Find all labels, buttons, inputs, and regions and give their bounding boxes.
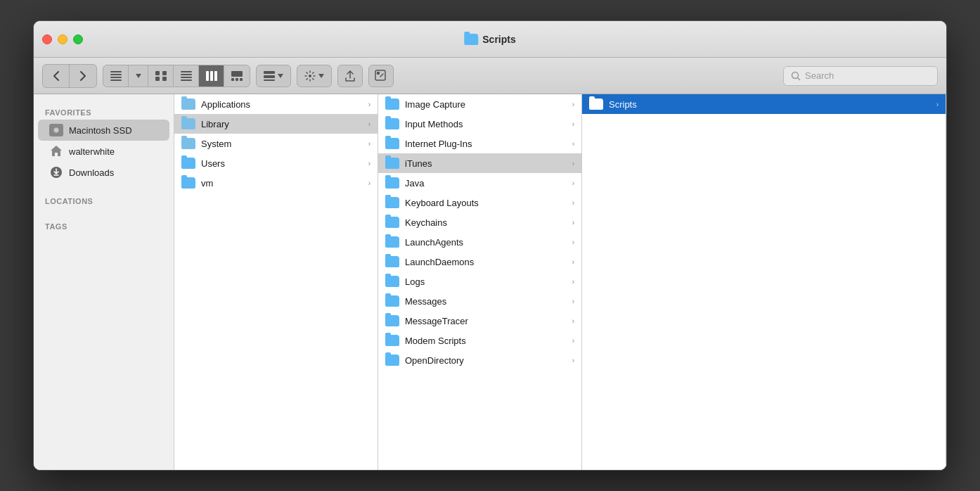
list-view-button[interactable] bbox=[174, 65, 199, 87]
col2-item-open-directory[interactable]: OpenDirectory › bbox=[378, 350, 581, 370]
sidebar-item-walterwhite[interactable]: walterwhite bbox=[38, 141, 169, 162]
forward-button[interactable] bbox=[70, 65, 96, 87]
col3-scripts-label: Scripts bbox=[609, 99, 931, 110]
folder-icon bbox=[385, 256, 399, 267]
col2-item-keyboard-layouts[interactable]: Keyboard Layouts › bbox=[378, 193, 581, 212]
chevron-icon: › bbox=[572, 298, 574, 305]
folder-icon bbox=[385, 177, 399, 189]
svg-rect-6 bbox=[155, 77, 160, 81]
main-content: Favorites Macintosh SSD walterwhite bbox=[34, 94, 946, 470]
col2-item-logs[interactable]: Logs › bbox=[378, 272, 581, 291]
favorites-label: Favorites bbox=[34, 103, 174, 120]
col1-item-users[interactable]: Users › bbox=[174, 153, 378, 173]
svg-rect-17 bbox=[236, 78, 238, 81]
downloads-icon bbox=[49, 165, 63, 179]
chevron-icon: › bbox=[368, 179, 370, 187]
col1-item-applications[interactable]: Applications › bbox=[174, 94, 378, 114]
folder-icon bbox=[385, 276, 399, 287]
col2-item-input-methods[interactable]: Input Methods › bbox=[378, 114, 581, 134]
col1-item-system[interactable]: System › bbox=[174, 134, 378, 153]
col1-item-library[interactable]: Library › bbox=[174, 114, 378, 134]
col1-library-label: Library bbox=[201, 119, 363, 129]
settings-button[interactable] bbox=[297, 65, 332, 87]
chevron-icon: › bbox=[368, 120, 370, 128]
svg-rect-5 bbox=[162, 71, 167, 75]
back-button[interactable] bbox=[43, 65, 70, 87]
col2-item-image-capture[interactable]: Image Capture › bbox=[378, 94, 581, 114]
icon-view-button[interactable] bbox=[148, 65, 174, 87]
hdd-icon bbox=[49, 123, 63, 137]
list-view-dropdown-button[interactable] bbox=[103, 65, 129, 87]
col2-item-messages[interactable]: Messages › bbox=[378, 291, 581, 311]
chevron-icon: › bbox=[572, 179, 574, 187]
svg-rect-2 bbox=[110, 77, 122, 78]
chevron-icon: › bbox=[572, 101, 574, 108]
folder-icon bbox=[385, 295, 399, 307]
folder-icon bbox=[181, 158, 195, 169]
columns-container: Applications › Library › System › Users … bbox=[174, 94, 946, 470]
col1-applications-label: Applications bbox=[201, 99, 363, 110]
tag-button[interactable] bbox=[368, 65, 394, 87]
folder-icon bbox=[385, 197, 399, 208]
chevron-icon: › bbox=[572, 160, 574, 167]
close-button[interactable] bbox=[42, 34, 52, 44]
col2-item-message-tracer[interactable]: MessageTracer › bbox=[378, 311, 581, 331]
col1-system-label: System bbox=[201, 139, 363, 149]
col2-launch-daemons-label: LaunchDaemons bbox=[405, 257, 567, 267]
svg-rect-12 bbox=[206, 71, 209, 81]
svg-rect-21 bbox=[264, 79, 275, 81]
sidebar-item-downloads[interactable]: Downloads bbox=[38, 162, 169, 183]
folder-icon bbox=[181, 118, 195, 129]
window-title: Scripts bbox=[482, 34, 515, 45]
window-title-area: Scripts bbox=[464, 34, 515, 45]
chevron-icon: › bbox=[572, 337, 574, 345]
chevron-icon: › bbox=[572, 258, 574, 266]
svg-rect-0 bbox=[110, 71, 122, 72]
col2-item-itunes[interactable]: iTunes › bbox=[378, 153, 581, 173]
svg-rect-15 bbox=[231, 71, 243, 77]
col2-item-launch-agents[interactable]: LaunchAgents › bbox=[378, 232, 581, 252]
col2-keyboard-layouts-label: Keyboard Layouts bbox=[405, 198, 567, 208]
sidebar: Favorites Macintosh SSD walterwhite bbox=[34, 94, 174, 470]
svg-point-25 bbox=[792, 72, 799, 78]
chevron-icon: › bbox=[572, 317, 574, 325]
col2-item-internet-plugins[interactable]: Internet Plug-Ins › bbox=[378, 134, 581, 153]
column-view-button[interactable] bbox=[199, 65, 224, 87]
col3-item-scripts[interactable]: Scripts › bbox=[582, 94, 946, 114]
folder-icon-white bbox=[589, 98, 603, 110]
sidebar-downloads-label: Downloads bbox=[69, 167, 114, 178]
folder-icon bbox=[181, 177, 195, 189]
svg-rect-3 bbox=[110, 79, 122, 81]
folder-icon bbox=[385, 236, 399, 248]
col2-item-keychains[interactable]: Keychains › bbox=[378, 212, 581, 232]
col2-item-launch-daemons[interactable]: LaunchDaemons › bbox=[378, 252, 581, 272]
folder-icon bbox=[181, 138, 195, 149]
minimize-button[interactable] bbox=[58, 34, 67, 44]
gallery-view-button[interactable] bbox=[224, 65, 250, 87]
view-controls bbox=[103, 65, 250, 87]
col2-item-modem-scripts[interactable]: Modem Scripts › bbox=[378, 331, 581, 350]
svg-point-22 bbox=[309, 75, 311, 77]
col1-item-vm[interactable]: vm › bbox=[174, 173, 378, 193]
folder-icon bbox=[385, 118, 399, 129]
titlebar: Scripts bbox=[34, 21, 946, 58]
col1-vm-label: vm bbox=[201, 178, 363, 189]
search-bar[interactable]: Search bbox=[783, 66, 938, 86]
maximize-button[interactable] bbox=[73, 34, 83, 44]
col2-logs-label: Logs bbox=[405, 276, 567, 287]
share-button[interactable] bbox=[337, 65, 363, 87]
svg-rect-8 bbox=[181, 71, 192, 72]
chevron-icon: › bbox=[572, 219, 574, 227]
col2-item-java[interactable]: Java › bbox=[378, 173, 581, 193]
svg-rect-16 bbox=[231, 78, 234, 81]
svg-rect-11 bbox=[181, 79, 192, 81]
folder-icon bbox=[385, 355, 399, 366]
group-button[interactable] bbox=[256, 65, 291, 87]
svg-rect-4 bbox=[155, 71, 160, 75]
view-dropdown-button[interactable] bbox=[129, 65, 148, 87]
folder-icon bbox=[385, 138, 399, 149]
sidebar-item-macintosh-ssd[interactable]: Macintosh SSD bbox=[38, 120, 169, 141]
svg-point-24 bbox=[378, 72, 380, 74]
col2-keychains-label: Keychains bbox=[405, 217, 567, 228]
nav-buttons bbox=[42, 64, 97, 88]
